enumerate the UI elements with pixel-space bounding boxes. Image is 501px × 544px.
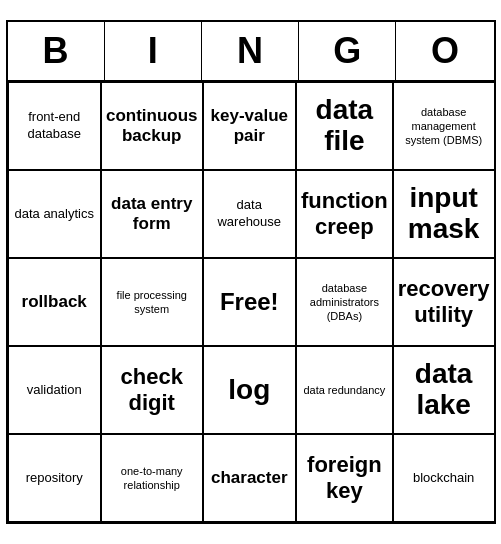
header-letter: G [299, 22, 396, 80]
cell-text: repository [26, 470, 83, 487]
cell-text: Free! [220, 286, 279, 317]
header-letter: I [105, 22, 202, 80]
cell-text: character [211, 468, 288, 488]
bingo-cell: data lake [393, 346, 494, 434]
header-letter: N [202, 22, 299, 80]
cell-text: recovery utility [398, 276, 490, 329]
bingo-cell: data entry form [101, 170, 203, 258]
cell-text: database management system (DBMS) [398, 105, 490, 148]
bingo-cell: recovery utility [393, 258, 494, 346]
cell-text: data lake [398, 359, 490, 421]
bingo-cell: repository [8, 434, 101, 522]
cell-text: input mask [398, 183, 490, 245]
cell-text: validation [27, 382, 82, 399]
cell-text: check digit [106, 364, 198, 417]
cell-text: continuous backup [106, 106, 198, 147]
bingo-cell: key-value pair [203, 82, 296, 170]
bingo-cell: function creep [296, 170, 393, 258]
cell-text: function creep [301, 188, 388, 241]
cell-text: data file [301, 95, 388, 157]
bingo-cell: data warehouse [203, 170, 296, 258]
bingo-cell: database administrators (DBAs) [296, 258, 393, 346]
bingo-cell: continuous backup [101, 82, 203, 170]
header-letter: O [396, 22, 493, 80]
bingo-cell: data analytics [8, 170, 101, 258]
bingo-cell: data file [296, 82, 393, 170]
bingo-cell: input mask [393, 170, 494, 258]
bingo-cell: check digit [101, 346, 203, 434]
bingo-cell: Free! [203, 258, 296, 346]
cell-text: blockchain [413, 470, 474, 487]
cell-text: data analytics [14, 206, 94, 223]
bingo-cell: blockchain [393, 434, 494, 522]
bingo-cell: validation [8, 346, 101, 434]
bingo-cell: front-end database [8, 82, 101, 170]
bingo-cell: one-to-many relationship [101, 434, 203, 522]
bingo-cell: file processing system [101, 258, 203, 346]
cell-text: file processing system [106, 288, 198, 317]
cell-text: data entry form [106, 194, 198, 235]
bingo-cell: data redundancy [296, 346, 393, 434]
bingo-cell: rollback [8, 258, 101, 346]
bingo-header: BINGO [8, 22, 494, 82]
cell-text: data redundancy [303, 383, 385, 397]
cell-text: database administrators (DBAs) [301, 281, 388, 324]
bingo-cell: foreign key [296, 434, 393, 522]
cell-text: rollback [22, 292, 87, 312]
bingo-cell: character [203, 434, 296, 522]
cell-text: one-to-many relationship [106, 464, 198, 493]
header-letter: B [8, 22, 105, 80]
bingo-card: BINGO front-end databasecontinuous backu… [6, 20, 496, 524]
cell-text: key-value pair [208, 106, 291, 147]
bingo-cell: database management system (DBMS) [393, 82, 494, 170]
bingo-cell: log [203, 346, 296, 434]
cell-text: front-end database [13, 109, 96, 143]
cell-text: data warehouse [208, 197, 291, 231]
bingo-grid: front-end databasecontinuous backupkey-v… [8, 82, 494, 522]
cell-text: foreign key [301, 452, 388, 505]
cell-text: log [228, 375, 270, 406]
